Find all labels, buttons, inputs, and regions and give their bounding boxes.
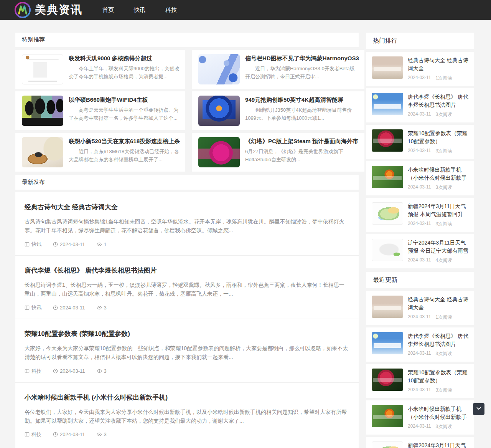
- sidebar-article-title[interactable]: 小米啥时候出新款手机（小米什么时候出新款手机）: [408, 166, 468, 182]
- featured-title[interactable]: 联想小新520当天在京东618投影速度榜上杀: [69, 138, 180, 145]
- featured-card[interactable]: 《幻塔》PC版上架Steam 预计是面向海外市 6月27日消息，《幻塔》是完美世…: [192, 133, 364, 172]
- reads-label: 3次阅读: [436, 423, 452, 430]
- date-label: 2024-03-11: [408, 387, 431, 393]
- category-label: 科技: [31, 368, 41, 375]
- featured-card[interactable]: 联发科天玑9000 多核跑得分超过 今年上半年，联发科天际9000的推出，突然改…: [15, 50, 185, 89]
- reads-label: 1次阅读: [436, 75, 452, 81]
- sidebar-article-title[interactable]: 辽宁2024年3月11日天气预报 今日辽宁大部有雨雪天: [408, 239, 468, 255]
- featured-title[interactable]: 以华硕B660重炮手WIFID4主板: [69, 96, 180, 104]
- article-thumbnail[interactable]: [372, 202, 403, 225]
- nav-item-tech[interactable]: 科技: [160, 0, 182, 20]
- sidebar-article-title[interactable]: 经典古诗句大全 经典古诗词大全: [408, 296, 468, 312]
- article-thumbnail[interactable]: [372, 239, 403, 261]
- featured-card[interactable]: 联想小新520当天在京东618投影速度榜上杀 近日，京东618M618大促销活动…: [15, 133, 185, 172]
- sidebar-article[interactable]: 小米啥时候出新款手机（小米什么时候出新款手机） 2024-03-11 3次阅读: [366, 400, 474, 435]
- scroll-down-button[interactable]: [473, 403, 484, 415]
- article-thumbnail[interactable]: [198, 137, 240, 167]
- sidebar-article[interactable]: 唐代李煜《长相思》 唐代李煜长相思书法图片 2024-03-11 3次阅读: [366, 327, 474, 362]
- article-title[interactable]: 小米啥时候出新款手机 (小米什么时候出新款手机): [25, 393, 349, 402]
- recent-section: 最近更新 经典古诗句大全 经典古诗词大全 2024-03-11 1次阅读: [366, 272, 474, 448]
- featured-title[interactable]: 《幻塔》PC版上架Steam 预计是面向海外市: [245, 138, 359, 145]
- article-views: 3: [97, 431, 107, 437]
- sidebar-article-title[interactable]: 经典古诗句大全 经典古诗词大全: [408, 56, 468, 73]
- sidebar-article[interactable]: 荣耀10配置参数表（荣耀10配置参数） 2024-03-11 3次阅读: [366, 364, 474, 398]
- article-category[interactable]: 快讯: [25, 241, 41, 248]
- featured-title[interactable]: 949元抢购创维50英寸4K超高清智能屏: [245, 96, 359, 104]
- reads-label: 3次阅读: [436, 221, 452, 227]
- article-thumbnail[interactable]: [372, 441, 403, 448]
- article-title[interactable]: 唐代李煜《长相思》 唐代李煜长相思书法图片: [25, 266, 349, 275]
- site-logo[interactable]: 美典资讯: [14, 1, 82, 19]
- article-item[interactable]: 荣耀10配置参数表 (荣耀10配置参数) 大家好，今天来为大家分享荣耀10配置参…: [15, 319, 359, 382]
- article-item[interactable]: 新疆2024年3月11日天气预报 本周气温短暂回升&nbsp;周三冷空气打&ld…: [15, 446, 359, 448]
- latest-section-title: 最新发布: [15, 175, 359, 190]
- sidebar-article[interactable]: 新疆2024年3月11日天气预报 本周气温短暂回升 2024-03-11 3次阅…: [366, 437, 474, 448]
- sidebar-article[interactable]: 经典古诗句大全 经典古诗词大全 2024-03-11 1次阅读: [366, 52, 474, 86]
- sidebar-article-text: 荣耀10配置参数表（荣耀10配置参数） 2024-03-11 3次阅读: [408, 369, 468, 393]
- article-thumbnail[interactable]: [22, 54, 63, 84]
- sidebar-article[interactable]: 荣耀10配置参数表（荣耀10配置参数） 2024-03-11 3次阅读: [366, 125, 474, 159]
- category-icon: [25, 242, 30, 247]
- main-column: 特别推荐 联发科天玑9000 多核跑得分超过 今年上半年，联发科天际9000的推…: [15, 33, 359, 448]
- featured-card[interactable]: 信号栏HD图标不见了华为鸿蒙HarmonyOS3 近日，华为鸿蒙HarmonyO…: [192, 50, 364, 89]
- date-label: 2024-03-11: [408, 184, 431, 191]
- article-meta: 科技 2024-03-11 3: [25, 431, 349, 438]
- sidebar-article-title[interactable]: 唐代李煜《长相思》 唐代李煜长相思书法图片: [408, 332, 468, 348]
- article-item[interactable]: 小米啥时候出新款手机 (小米什么时候出新款手机) 各位老铁们，大家好，今天由我来…: [15, 382, 359, 446]
- sidebar-article[interactable]: 小米啥时候出新款手机（小米什么时候出新款手机） 2024-03-11 3次阅读: [366, 161, 474, 195]
- views-label: 3: [104, 368, 107, 374]
- featured-title[interactable]: 联发科天玑9000 多核跑得分超过: [69, 55, 180, 62]
- featured-card-text: 《幻塔》PC版上架Steam 预计是面向海外市 6月27日消息，《幻塔》是完美世…: [245, 137, 359, 167]
- sidebar: 热门排行 经典古诗句大全 经典古诗词大全 2024-03-11 1次阅读 唐代李…: [366, 33, 474, 448]
- article-category[interactable]: 快讯: [25, 304, 41, 311]
- article-thumbnail[interactable]: [22, 137, 63, 167]
- article-item[interactable]: 经典古诗句大全 经典古诗词大全 古风诗句集古风诗词短句摘抄集锦1当年相知未回音，…: [15, 192, 359, 255]
- sidebar-article-title[interactable]: 新疆2024年3月11日天气预报 本周气温短暂回升: [408, 441, 468, 448]
- article-category[interactable]: 科技: [25, 431, 41, 438]
- featured-card[interactable]: 以华硕B660重炮手WIFID4主板 高考是云云学生生活中的一个重要转折点。为了…: [15, 91, 185, 130]
- sidebar-article-title[interactable]: 荣耀10配置参数表（荣耀10配置参数）: [408, 369, 468, 385]
- sidebar-article-text: 新疆2024年3月11日天气预报 本周气温短暂回升 2024-03-11 3次阅…: [408, 441, 468, 448]
- date-label: 2024-03-11: [408, 314, 431, 321]
- article-title[interactable]: 经典古诗句大全 经典古诗词大全: [25, 203, 349, 212]
- article-thumbnail[interactable]: [372, 369, 403, 391]
- date-label: 2024-03-11: [408, 257, 431, 264]
- sidebar-article-title[interactable]: 唐代李煜《长相思》 唐代李煜长相思书法图片: [408, 93, 468, 109]
- article-meta: 快讯 2024-03-11 3: [25, 304, 349, 311]
- article-thumbnail[interactable]: [372, 129, 403, 152]
- sidebar-article-text: 唐代李煜《长相思》 唐代李煜长相思书法图片 2024-03-11 3次阅读: [408, 332, 468, 357]
- sidebar-article-meta: 2024-03-11 3次阅读: [408, 148, 468, 154]
- recent-list: 经典古诗句大全 经典古诗词大全 2024-03-11 1次阅读 唐代李煜《长相思…: [366, 291, 474, 448]
- article-thumbnail[interactable]: [372, 332, 403, 354]
- article-views: 1: [97, 241, 107, 247]
- sidebar-article[interactable]: 经典古诗句大全 经典古诗词大全 2024-03-11 1次阅读: [366, 291, 474, 325]
- sidebar-article[interactable]: 辽宁2024年3月11日天气预报 今日辽宁大部有雨雪天 2024-03-11 4…: [366, 234, 474, 268]
- featured-card[interactable]: 949元抢购创维50英寸4K超高清智能屏 创维酷开J350英寸4K超高清智能屏目…: [192, 91, 364, 130]
- article-summary: 古风诗句集古风诗词短句摘抄集锦1当年相知未回音，空叹年华似流水。花开本无岸，魂落…: [25, 217, 349, 235]
- article-thumbnail[interactable]: [198, 96, 240, 126]
- article-item[interactable]: 唐代李煜《长相思》 唐代李煜长相思书法图片 长相思诗词李煜1、长相思云一緺，玉一…: [15, 255, 359, 319]
- article-title[interactable]: 荣耀10配置参数表 (荣耀10配置参数): [25, 329, 349, 338]
- date-label: 2024-03-11: [408, 75, 431, 81]
- article-thumbnail[interactable]: [372, 405, 403, 427]
- sidebar-article[interactable]: 新疆2024年3月11日天气预报 本周气温短暂回升 2024-03-11 3次阅…: [366, 198, 474, 232]
- sidebar-article-text: 辽宁2024年3月11日天气预报 今日辽宁大部有雨雪天 2024-03-11 4…: [408, 239, 468, 264]
- article-thumbnail[interactable]: [198, 54, 240, 84]
- featured-title[interactable]: 信号栏HD图标不见了华为鸿蒙HarmonyOS3: [245, 55, 359, 62]
- sidebar-article-title[interactable]: 荣耀10配置参数表（荣耀10配置参数）: [408, 129, 468, 145]
- sidebar-article-title[interactable]: 小米啥时候出新款手机（小米什么时候出新款手机）: [408, 405, 468, 421]
- hot-list: 经典古诗句大全 经典古诗词大全 2024-03-11 1次阅读 唐代李煜《长相思…: [366, 52, 474, 268]
- sidebar-article[interactable]: 唐代李煜《长相思》 唐代李煜长相思书法图片 2024-03-11 3次阅读: [366, 88, 474, 122]
- article-thumbnail[interactable]: [372, 56, 403, 79]
- article-thumbnail[interactable]: [372, 93, 403, 115]
- article-thumbnail[interactable]: [22, 96, 63, 126]
- sidebar-article-meta: 2024-03-11 1次阅读: [408, 314, 468, 321]
- nav-item-home[interactable]: 首页: [97, 0, 119, 20]
- article-category[interactable]: 科技: [25, 368, 41, 375]
- sidebar-article-title[interactable]: 新疆2024年3月11日天气预报 本周气温短暂回升: [408, 202, 468, 218]
- nav-item-news[interactable]: 快讯: [129, 0, 151, 20]
- article-thumbnail[interactable]: [372, 296, 403, 318]
- clock-icon: [53, 305, 58, 310]
- views-label: 3: [104, 431, 107, 437]
- article-thumbnail[interactable]: [372, 166, 403, 188]
